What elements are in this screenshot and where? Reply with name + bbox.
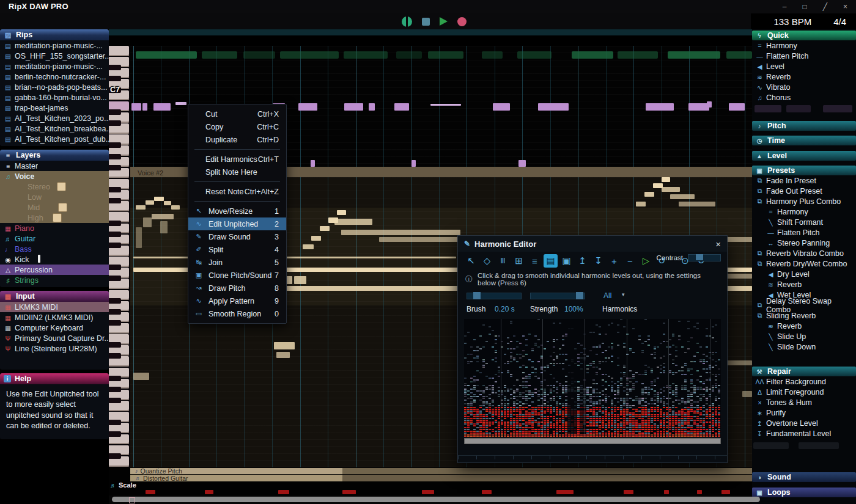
note-beige[interactable] (644, 192, 654, 197)
context-menu-item[interactable]: Edit Harmonics Ctrl+T (188, 153, 286, 166)
context-menu-tool[interactable]: ✎ Draw Sound 3 (188, 230, 286, 243)
note-beige[interactable] (311, 236, 321, 241)
input-item[interactable]: Ψ Primary Sound Capture Dr... (0, 333, 109, 343)
repair-item[interactable]: ↥ Overtone Level (752, 418, 856, 428)
input-panel-header[interactable]: ▦ Input (0, 291, 109, 302)
note[interactable] (493, 103, 510, 111)
piano-key-black[interactable] (109, 320, 121, 326)
piano-key-black[interactable] (109, 142, 121, 148)
distorted-guitar-strip[interactable]: ♬ Distorted Guitar (130, 475, 752, 481)
repair-section-header[interactable]: ⚒ Repair (752, 367, 856, 376)
brush-slider-handle[interactable] (473, 292, 481, 299)
rip-item[interactable]: ▤ AI_Test_Kitchen_breakbea... (0, 123, 109, 134)
layer-item[interactable]: ♩ Bass (0, 244, 109, 254)
level-section-header[interactable]: ▲ Level (752, 151, 856, 161)
rip-item[interactable]: ▤ gabba-160-bpm-burial-vo... (0, 92, 109, 103)
piano-key-black[interactable] (109, 221, 121, 226)
preset-item[interactable]: ↔ Stereo Panning (752, 238, 856, 248)
note[interactable] (142, 103, 147, 111)
note-beige[interactable] (334, 219, 372, 225)
quantize-pitch-strip[interactable]: ♪ Quantize Pitch (130, 468, 752, 474)
repair-item[interactable]: × Tones & Hum (752, 397, 856, 407)
layer-slider[interactable] (38, 255, 40, 263)
rips-panel-header[interactable]: ▨ Rips (0, 29, 109, 40)
rip-item[interactable]: ▤ AI_Test_Kitchen_2023_po... (0, 113, 109, 123)
dialog-tool[interactable]: ▣ (559, 254, 574, 268)
piano-key-black[interactable] (109, 154, 121, 159)
note-beige[interactable] (320, 226, 330, 231)
preset-item[interactable]: ╲ Slide Down (752, 341, 856, 352)
piano-key-black[interactable] (109, 76, 121, 81)
piano-key-black[interactable] (109, 387, 121, 392)
dialog-tool[interactable]: ↖ (464, 254, 478, 268)
play-button[interactable] (440, 17, 448, 26)
note-beige[interactable] (164, 201, 171, 205)
dialog-tool[interactable]: ▷ (639, 254, 653, 268)
note-beige[interactable] (662, 187, 680, 192)
piano-key-black[interactable] (109, 298, 121, 304)
preset-item[interactable]: ╲ Shift Formant (752, 217, 856, 227)
preset-item[interactable]: ≋ Reverb (752, 321, 856, 331)
dialog-tool[interactable]: ↥ (575, 254, 589, 268)
help-panel-header[interactable]: i Help (0, 373, 109, 384)
note[interactable] (518, 160, 526, 167)
time-signature[interactable]: 4/4 (833, 16, 846, 27)
record-button[interactable] (457, 17, 467, 26)
context-menu-tool[interactable]: ↹ Join 5 (188, 256, 286, 269)
preset-item[interactable]: — Flatten Pitch (752, 227, 856, 238)
repair-item[interactable]: ΛΛ Filter Background (752, 376, 856, 387)
note[interactable] (430, 104, 461, 106)
sound-section-header[interactable]: ◑ Sound (752, 472, 856, 482)
note-beige[interactable] (154, 197, 164, 201)
piano-key-black[interactable] (109, 420, 121, 425)
preset-item[interactable]: ⧉ Reverb Vibrato Combo (752, 248, 856, 258)
note-beige[interactable] (337, 210, 346, 215)
loops-section-header[interactable]: ▣ Loops (752, 488, 856, 497)
brush-slider[interactable] (467, 293, 522, 299)
dialog-tool[interactable]: + (607, 254, 621, 268)
scrollbar-handle[interactable] (129, 497, 135, 503)
context-menu-tool[interactable]: ▭ Smooth Region 0 (188, 307, 286, 320)
note[interactable] (131, 103, 141, 111)
rip-item[interactable]: ▤ brian--no-pads-pop-beats... (0, 82, 109, 92)
note-beige[interactable] (133, 373, 149, 380)
note[interactable] (707, 101, 712, 108)
piano-key-black[interactable] (109, 398, 121, 403)
stop-button[interactable] (422, 18, 430, 26)
preset-item[interactable]: ⧉ Harmony Plus Combo (752, 196, 856, 206)
note-beige[interactable] (171, 205, 180, 210)
pitch-section-header[interactable]: ♪ Pitch (752, 121, 856, 131)
piano-key-black[interactable] (109, 243, 121, 248)
note[interactable] (369, 103, 375, 111)
rip-item[interactable]: ▤ AI_Test_Kitchen_post_dub... (0, 134, 109, 144)
piano-keyboard[interactable] (109, 46, 130, 467)
bar-ruler[interactable] (130, 35, 752, 46)
rip-item[interactable]: ▤ trap-beat-james (0, 103, 109, 113)
note-beige[interactable] (294, 276, 306, 284)
context-menu-tool[interactable]: ▣ Clone Pitch/Sound 7 (188, 269, 286, 282)
quick-section-header[interactable]: ϟ Quick (752, 31, 856, 40)
input-item[interactable]: ▦ LKMK3 MIDI (0, 302, 109, 312)
layer-item[interactable]: High (0, 213, 109, 223)
preset-item[interactable]: ╲ Slide Up (752, 331, 856, 341)
harmonic-editor-titlebar[interactable]: ✎ Harmonic Editor × (458, 236, 727, 252)
note-beige[interactable] (136, 205, 146, 210)
piano-key-black[interactable] (109, 342, 121, 348)
maximize-button[interactable]: □ (803, 2, 807, 11)
note[interactable] (344, 103, 363, 111)
input-item[interactable]: ▦ Computer Keyboard (0, 323, 109, 333)
layer-item[interactable]: Mid (0, 202, 109, 213)
note[interactable] (311, 160, 315, 167)
quick-item[interactable]: ∿ Vibrato (752, 82, 856, 92)
layer-slider[interactable] (53, 213, 62, 222)
restore-button[interactable]: ╱ (823, 2, 827, 11)
strength-slider-handle[interactable] (576, 292, 583, 299)
piano-key-black[interactable] (109, 165, 121, 170)
piano-key-black[interactable] (109, 376, 121, 381)
piano-key-black[interactable] (109, 265, 121, 270)
note-beige[interactable] (143, 217, 152, 227)
note[interactable] (153, 103, 171, 111)
note-beige[interactable] (341, 230, 460, 235)
rip-item[interactable]: ▤ OS_HHF_155_songstarter... (0, 51, 109, 61)
context-menu-tool[interactable]: ↖ Move/Resize 1 (188, 205, 286, 217)
